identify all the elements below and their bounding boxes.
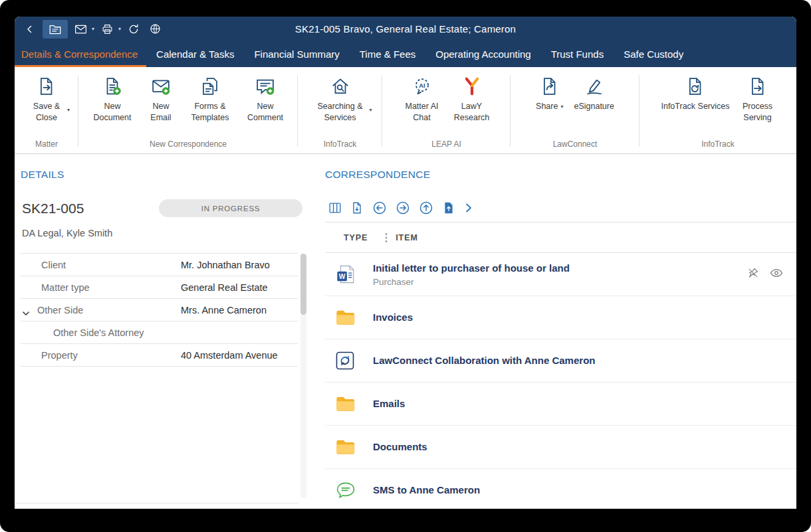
details-fields: Client Mr. Johnathan Bravo Matter type G… xyxy=(21,253,298,367)
correspondence-row-sms[interactable]: SMS to Anne Cameron xyxy=(325,469,796,509)
lawconnect-icon xyxy=(336,351,354,370)
column-options-icon[interactable] xyxy=(385,232,388,243)
print-button[interactable] xyxy=(98,20,116,39)
chevron-right-icon xyxy=(463,202,474,214)
correspondence-rows: W Initial letter to purchaser of house o… xyxy=(325,253,796,509)
new-email-button[interactable]: New Email xyxy=(141,72,181,124)
vertical-scrollbar[interactable] xyxy=(300,254,306,498)
row-subtitle: Purchaser xyxy=(373,277,747,287)
preview-eye-icon[interactable] xyxy=(770,268,783,281)
esignature-label: eSignature xyxy=(574,101,614,112)
correspondence-row-documents[interactable]: Documents xyxy=(325,426,796,469)
email-dropdown-caret-icon[interactable]: ▾ xyxy=(92,26,94,32)
tab-trust-funds[interactable]: Trust Funds xyxy=(541,41,614,67)
searching-services-button[interactable]: Searching & Services ▾ xyxy=(310,72,370,124)
field-row-matter-type[interactable]: Matter type General Real Estate xyxy=(21,276,298,299)
chevron-down-icon[interactable] xyxy=(23,307,29,319)
matter-folder-icon xyxy=(49,23,62,35)
esignature-button[interactable]: eSignature xyxy=(569,72,618,112)
toolbar-more-button[interactable] xyxy=(463,202,474,214)
new-document-icon xyxy=(102,75,122,98)
arrow-up-circle-icon xyxy=(418,200,434,216)
table-columns-button[interactable] xyxy=(328,201,342,215)
correspondence-row-lawconnect[interactable]: LawConnect Collaboration with Anne Camer… xyxy=(325,339,796,383)
tab-time-fees[interactable]: Time & Fees xyxy=(350,41,425,67)
field-value: General Real Estate xyxy=(181,282,298,293)
responsible-staff: DA Legal, Kyle Smith xyxy=(22,228,309,238)
field-row-client[interactable]: Client Mr. Johnathan Bravo xyxy=(21,254,298,276)
new-document-button[interactable]: New Document xyxy=(85,72,140,124)
searching-services-icon xyxy=(330,75,350,98)
arrow-right-circle-icon xyxy=(395,200,411,216)
ribbon-group-lawconnect: Share ▾ eSignature LawConnect xyxy=(511,67,639,153)
forms-templates-button[interactable]: Forms & Templates xyxy=(182,72,238,124)
row-title: Initial letter to purchaser of house or … xyxy=(373,262,747,275)
titlebar-buttons: ▾ ▾ xyxy=(21,20,164,39)
refresh-button[interactable] xyxy=(125,20,142,39)
title-bar: ▾ ▾ SK21-005 Bravo, General Real Estate;… xyxy=(15,17,796,41)
tab-safe-custody[interactable]: Safe Custody xyxy=(614,41,693,67)
email-button[interactable] xyxy=(72,20,89,39)
new-document-label: New Document xyxy=(90,101,135,124)
svg-text:AI: AI xyxy=(419,82,425,89)
details-panel: DETAILS SK21-005 IN PROGRESS DA Legal, K… xyxy=(15,154,309,509)
ribbon-group-label: New Correspondence xyxy=(78,138,298,153)
chevron-down-icon[interactable]: ▾ xyxy=(560,104,563,110)
infotrack-services-icon xyxy=(685,75,705,98)
field-label: Property xyxy=(21,350,181,361)
new-email-label: New Email xyxy=(146,101,176,124)
folder-icon xyxy=(336,310,356,326)
chevron-down-icon[interactable]: ▾ xyxy=(67,107,70,113)
correspondence-row-invoices[interactable]: Invoices xyxy=(325,296,796,339)
tab-details-correspondence[interactable]: Details & Correspondence xyxy=(15,41,146,67)
save-close-button[interactable]: Save & Close ▾ xyxy=(25,72,68,124)
matter-ai-chat-button[interactable]: AI Matter AI Chat xyxy=(398,72,447,124)
process-serving-label: Process Serving xyxy=(741,101,775,124)
up-circle-button[interactable] xyxy=(418,200,434,216)
globe-button[interactable] xyxy=(146,20,164,39)
row-title: Documents xyxy=(373,440,783,454)
publish-document-button[interactable] xyxy=(441,201,456,215)
status-badge[interactable]: IN PROGRESS xyxy=(159,199,302,217)
lawy-research-button[interactable]: LawY Research xyxy=(448,72,496,124)
infotrack-services-button[interactable]: InfoTrack Services xyxy=(656,72,734,112)
correspondence-row-letter[interactable]: W Initial letter to purchaser of house o… xyxy=(325,253,796,296)
tab-financial-summary[interactable]: Financial Summary xyxy=(244,41,349,67)
field-label: Other Side's Attorney xyxy=(21,327,181,338)
scrollbar-thumb[interactable] xyxy=(300,254,306,315)
process-serving-button[interactable]: Process Serving xyxy=(736,72,780,124)
share-icon xyxy=(540,75,560,98)
ribbon-group-label: LEAP AI xyxy=(382,138,511,153)
tab-calendar-tasks[interactable]: Calendar & Tasks xyxy=(146,41,244,67)
matter-summary-row: SK21-005 IN PROGRESS xyxy=(22,199,309,217)
correspondence-table-header: TYPE ITEM xyxy=(325,222,796,253)
folder-icon xyxy=(336,439,356,456)
ribbon-group-label: LawConnect xyxy=(511,138,639,153)
matter-button[interactable] xyxy=(43,20,68,39)
field-value: 40 Amsterdam Avenue xyxy=(181,350,298,361)
field-row-property[interactable]: Property 40 Amsterdam Avenue xyxy=(21,344,298,367)
export-document-button[interactable] xyxy=(350,201,364,215)
share-button[interactable]: Share ▾ xyxy=(531,72,568,112)
unpin-icon[interactable] xyxy=(747,267,759,282)
column-header-item[interactable]: ITEM xyxy=(396,233,417,242)
correspondence-heading: CORRESPONDENCE xyxy=(325,169,796,181)
tab-bar: Details & Correspondence Calendar & Task… xyxy=(15,41,796,67)
field-row-other-side-attorney[interactable]: Other Side's Attorney xyxy=(21,321,298,344)
column-header-type[interactable]: TYPE xyxy=(344,233,368,242)
forward-circle-button[interactable] xyxy=(395,200,411,216)
print-dropdown-caret-icon[interactable]: ▾ xyxy=(118,26,121,32)
new-comment-icon xyxy=(255,75,275,98)
back-circle-button[interactable] xyxy=(372,200,388,216)
svg-text:W: W xyxy=(339,273,346,280)
back-button[interactable] xyxy=(21,20,39,39)
correspondence-row-emails[interactable]: Emails xyxy=(325,383,796,426)
horizontal-scrollbar-track xyxy=(16,503,298,503)
lawy-research-icon xyxy=(462,75,482,98)
infotrack-services-label: InfoTrack Services xyxy=(661,101,729,112)
tab-operating-accounting[interactable]: Operating Accounting xyxy=(425,41,540,67)
matter-ai-chat-label: Matter AI Chat xyxy=(402,101,442,124)
chevron-down-icon[interactable]: ▾ xyxy=(369,107,372,113)
new-comment-button[interactable]: New Comment xyxy=(239,72,291,124)
field-row-other-side[interactable]: Other Side Mrs. Anne Cameron xyxy=(21,299,298,321)
